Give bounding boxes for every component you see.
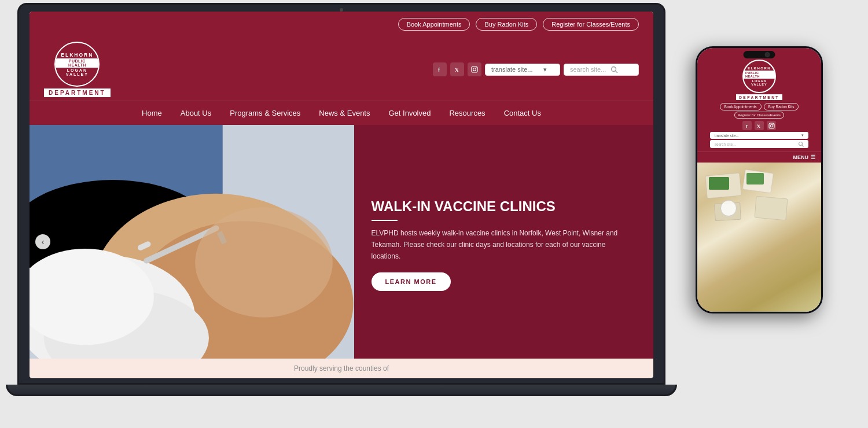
phone-translate-label: translate site...: [715, 134, 739, 138]
nav-home[interactable]: Home: [133, 101, 171, 126]
register-button[interactable]: Register for Classes/Events: [543, 18, 639, 31]
nav-programs-services[interactable]: Programs & Services: [220, 101, 310, 126]
hamburger-icon[interactable]: ☰: [811, 154, 815, 160]
phone-search-bar[interactable]: search site...: [710, 140, 809, 148]
footer-text: Proudly serving the counties of: [294, 364, 389, 372]
logo-logan: LOGAN: [67, 68, 87, 72]
svg-point-4: [476, 67, 477, 68]
laptop-frame: Book Appointments Buy Radon Kits Registe…: [17, 3, 665, 385]
previous-slide-button[interactable]: ‹: [35, 234, 50, 249]
laptop-screen-border: Book Appointments Buy Radon Kits Registe…: [30, 12, 653, 378]
logo-public-health: PUBLIC HEALTH: [56, 58, 98, 68]
phone-dept-label: DEPARTMENT: [736, 94, 782, 100]
website-header: ELKHORN PUBLIC HEALTH LOGAN VALLEY DEPAR…: [30, 37, 653, 101]
prev-arrow-icon: ‹: [42, 237, 45, 246]
hero-divider: [372, 220, 398, 221]
hero-title: WALK-IN VACCINE CLINICS: [372, 198, 636, 215]
nav-news-events[interactable]: News & Events: [310, 101, 379, 126]
green-label-1: [709, 177, 729, 190]
translate-label: translate site...: [491, 66, 533, 73]
phone-search-icon: [798, 141, 804, 147]
hero-section: ‹ WALK-IN VACCINE CLINICS ELVPHD hosts w…: [30, 125, 653, 359]
nav-get-involved[interactable]: Get Involved: [379, 101, 440, 126]
hero-content-panel: WALK-IN VACCINE CLINICS ELVPHD hosts wee…: [354, 125, 653, 359]
svg-point-5: [612, 67, 616, 71]
search-bar[interactable]: search site...: [564, 64, 639, 76]
logo-circle: ELKHORN PUBLIC HEALTH LOGAN VALLEY: [54, 42, 100, 87]
hero-image: ‹: [30, 125, 354, 359]
phone-facebook-icon[interactable]: f: [742, 121, 752, 130]
phone-book-appt-button[interactable]: Book Appointments: [720, 103, 762, 110]
department-label: DEPARTMENT: [44, 88, 111, 97]
svg-point-24: [773, 124, 773, 124]
phone-frame: ELKHORN PUBLIC HEALTH LOGAN VALLEY DEPAR…: [696, 46, 823, 313]
phone-device: ELKHORN PUBLIC HEALTH LOGAN VALLEY DEPAR…: [696, 46, 823, 313]
hero-description: ELVPHD hosts weekly walk-in vaccine clin…: [372, 228, 636, 262]
search-placeholder: search site...: [570, 66, 606, 73]
laptop-base: [6, 385, 677, 396]
facebook-icon[interactable]: f: [433, 62, 447, 76]
phone-search-placeholder: search site...: [715, 142, 736, 146]
phone-content-item-4: [754, 196, 788, 221]
phone-buy-radon-button[interactable]: Buy Radon Kits: [764, 103, 799, 110]
search-icon: [610, 66, 618, 73]
phone-camera: [765, 52, 770, 57]
nav-resources[interactable]: Resources: [440, 101, 494, 126]
page-root: Book Appointments Buy Radon Kits Registe…: [0, 0, 868, 428]
learn-more-button[interactable]: LEARN MORE: [372, 272, 451, 291]
logo-area: ELKHORN PUBLIC HEALTH LOGAN VALLEY DEPAR…: [44, 42, 111, 97]
phone-header: ELKHORN PUBLIC HEALTH LOGAN VALLEY DEPAR…: [697, 48, 821, 152]
twitter-icon[interactable]: 𝕏: [450, 62, 464, 76]
svg-line-6: [616, 71, 618, 73]
header-right-panel: f 𝕏 translate site... ▾: [433, 62, 639, 76]
phone-logo-public-health: PUBLIC HEALTH: [744, 71, 775, 79]
website-content: Book Appointments Buy Radon Kits Registe…: [30, 12, 653, 378]
chevron-down-icon: ▾: [543, 66, 547, 73]
phone-instagram-icon[interactable]: [767, 121, 776, 130]
svg-line-26: [802, 145, 804, 147]
phone-chevron-icon: ▾: [801, 133, 804, 138]
nav-contact-us[interactable]: Contact Us: [495, 101, 550, 126]
instagram-icon[interactable]: [468, 62, 481, 76]
laptop-camera: [340, 8, 343, 12]
green-label-2: [746, 173, 764, 185]
white-circle-item: [720, 200, 737, 216]
laptop-device: Book Appointments Buy Radon Kits Registe…: [17, 3, 677, 396]
svg-text:f: f: [746, 124, 748, 128]
buy-radon-kits-button[interactable]: Buy Radon Kits: [476, 18, 537, 31]
phone-logo-valley: VALLEY: [751, 83, 767, 86]
svg-text:𝕏: 𝕏: [455, 68, 459, 72]
svg-text:𝕏: 𝕏: [757, 124, 760, 128]
phone-logo-elkhorn: ELKHORN: [748, 67, 771, 70]
footer-bar: Proudly serving the counties of: [30, 359, 653, 378]
book-appointments-button[interactable]: Book Appointments: [398, 18, 470, 31]
svg-point-25: [799, 142, 803, 146]
translate-dropdown[interactable]: translate site... ▾: [485, 64, 560, 76]
svg-text:f: f: [438, 67, 440, 72]
phone-top-buttons: Book Appointments Buy Radon Kits: [720, 103, 799, 110]
phone-twitter-icon[interactable]: 𝕏: [755, 121, 764, 130]
menu-label: MENU: [793, 154, 809, 160]
logo-valley: VALLEY: [66, 72, 89, 76]
phone-logo-circle: ELKHORN PUBLIC HEALTH LOGAN VALLEY: [742, 60, 776, 93]
phone-register-button[interactable]: Register for Classes/Events: [734, 112, 784, 119]
vaccine-image: [30, 125, 354, 359]
logo-elkhorn: ELKHORN: [61, 52, 93, 58]
phone-notch: [744, 51, 775, 58]
social-and-tools-row: f 𝕏 translate site... ▾: [433, 62, 639, 76]
svg-point-23: [770, 124, 773, 127]
phone-social-row: f 𝕏: [742, 121, 776, 130]
phone-menu-bar: MENU ☰: [697, 152, 821, 163]
website-topbar: Book Appointments Buy Radon Kits Registe…: [30, 12, 653, 37]
nav-about-us[interactable]: About Us: [171, 101, 220, 126]
website-nav: Home About Us Programs & Services News &…: [30, 101, 653, 125]
svg-point-19: [195, 208, 333, 318]
phone-screen: ELKHORN PUBLIC HEALTH LOGAN VALLEY DEPAR…: [697, 48, 821, 312]
svg-point-3: [473, 68, 476, 71]
phone-translate-dropdown[interactable]: translate site... ▾: [710, 132, 809, 139]
phone-content-image: [697, 163, 821, 312]
